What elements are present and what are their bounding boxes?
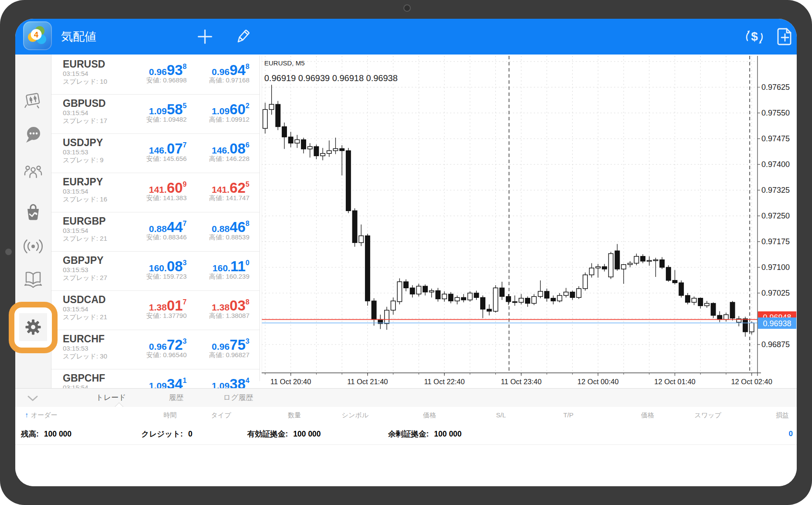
quote-row-eurjpy[interactable]: EURJPY 03:15:54 スプレッド: 16 141.609 安値: 14… xyxy=(51,173,259,212)
symbol-name: EURCHF xyxy=(63,333,126,345)
profit-value: 0 xyxy=(789,423,793,444)
tab-log[interactable]: ログ履歴 xyxy=(223,389,253,407)
ask-cell: 160.110 高値: 160.239 xyxy=(187,255,256,290)
bid-price: 0.96938 xyxy=(126,58,187,75)
tab-history[interactable]: 履歴 xyxy=(169,389,184,407)
ask-price: 146.086 xyxy=(187,137,249,154)
collapse-panel-button[interactable] xyxy=(23,392,42,404)
ask-cell: 0.88468 高値: 0.88539 xyxy=(187,215,256,251)
edit-symbols-button[interactable] xyxy=(231,24,255,49)
ask-cell: 1.09602 高値: 1.09912 xyxy=(187,98,256,133)
chart-area[interactable]: 0.976250.975500.974750.974000.973250.972… xyxy=(262,56,797,388)
quote-row-usdjpy[interactable]: USDJPY 03:15:53 スプレッド: 9 146.077 安値: 145… xyxy=(51,134,259,173)
sidebar-item-chat[interactable] xyxy=(15,123,51,147)
symbol-name: EURGBP xyxy=(63,215,126,227)
quote-row-gbpusd[interactable]: GBPUSD 03:15:54 スプレッド: 17 1.09585 安値: 1.… xyxy=(51,95,259,134)
summary-item-1: クレジット:0 xyxy=(141,423,192,444)
summary-item-2: 有効証拠金:100 000 xyxy=(247,423,321,444)
quote-time: 03:15:54 xyxy=(63,188,126,195)
sidebar-item-community[interactable] xyxy=(15,160,51,184)
trade-panel-tabs: トレード 履歴 ログ履歴 xyxy=(15,389,797,407)
sidebar-item-news[interactable] xyxy=(15,266,51,291)
column-header-8[interactable]: スワップ xyxy=(695,407,721,423)
sidebar-item-calendar[interactable] xyxy=(15,88,51,112)
mt4-app-icon[interactable]: 4 xyxy=(23,21,52,50)
day-high: 高値: 146.228 xyxy=(187,155,249,163)
svg-text:$: $ xyxy=(751,30,758,43)
column-header-7[interactable]: 価格 xyxy=(641,407,654,423)
ask-price: 0.88468 xyxy=(187,215,249,232)
ask-price: 1.38038 xyxy=(187,294,249,311)
svg-text:12 Oct 01:40: 12 Oct 01:40 xyxy=(654,378,695,386)
trade-currency-exchange-icon[interactable]: $ xyxy=(741,24,766,49)
day-high: 高値: 141.747 xyxy=(187,194,249,202)
day-high: 高値: 1.09912 xyxy=(187,116,249,123)
bid-cell: 0.96938 安値: 0.96898 xyxy=(126,58,187,94)
day-high: 高値: 0.96827 xyxy=(187,351,249,359)
column-header-6[interactable]: T/P xyxy=(563,407,573,423)
quote-row-eurgbp[interactable]: EURGBP 03:15:54 スプレッド: 21 0.88447 安値: 0.… xyxy=(51,212,259,252)
ask-price: 0.96948 xyxy=(187,58,249,75)
camera-dot xyxy=(403,4,411,12)
day-high: 高値: 0.97168 xyxy=(187,76,249,84)
bid-cell: 141.609 安値: 141.383 xyxy=(126,176,187,212)
column-header-2[interactable]: 数量 xyxy=(288,407,301,423)
column-header-0[interactable]: 時間 xyxy=(164,407,177,423)
sidebar-item-market[interactable] xyxy=(15,200,51,225)
symbol-cell: EURGBP 03:15:54 スプレッド: 21 xyxy=(51,215,126,251)
quote-row-eurchf[interactable]: EURCHF 03:15:53 スプレッド: 30 0.96723 安値: 0.… xyxy=(51,330,259,369)
tab-trade[interactable]: トレード xyxy=(96,389,126,407)
settings-highlight-ring xyxy=(9,302,58,353)
quote-time: 03:15:54 xyxy=(63,305,126,313)
add-symbol-button[interactable] xyxy=(193,24,217,49)
svg-text:11 Oct 21:40: 11 Oct 21:40 xyxy=(347,378,388,386)
day-high: 高値: 0.88539 xyxy=(187,233,249,241)
quote-spread: スプレッド: 16 xyxy=(63,195,126,203)
column-header-9[interactable]: 損益 xyxy=(776,407,789,423)
symbol-name: GBPJPY xyxy=(63,255,126,266)
ask-cell: 1.38038 高値: 1.38087 xyxy=(187,294,256,330)
sidebar-item-settings[interactable] xyxy=(15,350,51,374)
bid-cell: 160.083 安値: 159.723 xyxy=(126,255,187,290)
column-header-4[interactable]: 価格 xyxy=(423,407,436,423)
top-bar: 4 気配値 $ xyxy=(15,19,797,55)
ask-price: 160.110 xyxy=(187,255,249,271)
trade-panel: トレード 履歴 ログ履歴 ↑オーダー 時間タイプ数量シンボル価格S/LT/P価格… xyxy=(15,388,797,486)
column-header-5[interactable]: S/L xyxy=(496,407,506,423)
bid-cell: 0.88447 安値: 0.88346 xyxy=(126,215,187,251)
svg-text:0.97250: 0.97250 xyxy=(761,212,790,220)
sort-column-order[interactable]: ↑オーダー xyxy=(25,407,58,423)
day-low: 安値: 1.37790 xyxy=(126,312,187,320)
svg-text:0.97325: 0.97325 xyxy=(761,186,790,194)
column-header-3[interactable]: シンボル xyxy=(342,407,368,423)
ask-cell: 146.086 高値: 146.228 xyxy=(187,137,256,173)
ask-price: 1.09602 xyxy=(187,98,249,114)
bid-price: 146.077 xyxy=(126,137,187,154)
quote-row-eurusd[interactable]: EURUSD 03:15:54 スプレッド: 10 0.96938 安値: 0.… xyxy=(51,55,259,95)
quote-row-gbpjpy[interactable]: GBPJPY 03:15:53 スプレッド: 27 160.083 安値: 15… xyxy=(51,252,259,291)
candlestick-chart[interactable]: 0.976250.975500.974750.974000.973250.972… xyxy=(262,56,797,388)
sidebar-item-signals[interactable] xyxy=(15,234,51,259)
symbol-cell: EURUSD 03:15:54 スプレッド: 10 xyxy=(51,58,126,94)
symbol-name: EURUSD xyxy=(63,58,126,70)
orders-header-row: ↑オーダー 時間タイプ数量シンボル価格S/LT/P価格スワップ損益 xyxy=(15,407,797,424)
bid-price: 1.09341 xyxy=(126,372,187,389)
quote-time: 03:15:54 xyxy=(63,70,126,78)
quote-row-usdcad[interactable]: USDCAD 03:15:54 スプレッド: 21 1.38017 安値: 1.… xyxy=(51,291,259,330)
svg-text:11 Oct 23:40: 11 Oct 23:40 xyxy=(501,378,542,386)
svg-text:12 Oct 00:40: 12 Oct 00:40 xyxy=(577,378,618,386)
ask-cell: 0.96753 高値: 0.96827 xyxy=(187,333,256,369)
new-order-icon[interactable] xyxy=(773,24,797,49)
settings-gear-button[interactable] xyxy=(19,313,47,341)
column-header-1[interactable]: タイプ xyxy=(211,407,231,423)
svg-text:0.97400: 0.97400 xyxy=(761,160,790,169)
quote-time: 03:15:53 xyxy=(63,266,126,274)
symbol-cell: GBPUSD 03:15:54 スプレッド: 17 xyxy=(51,98,126,133)
symbol-name: GBPUSD xyxy=(63,98,126,109)
symbol-cell: GBPJPY 03:15:53 スプレッド: 27 xyxy=(51,255,126,290)
day-low: 安値: 0.96540 xyxy=(126,351,187,359)
symbol-cell: USDJPY 03:15:53 スプレッド: 9 xyxy=(51,137,126,173)
bid-price: 141.609 xyxy=(126,176,187,193)
bid-cell: 0.96723 安値: 0.96540 xyxy=(126,333,187,369)
symbol-name: USDCAD xyxy=(63,294,126,305)
